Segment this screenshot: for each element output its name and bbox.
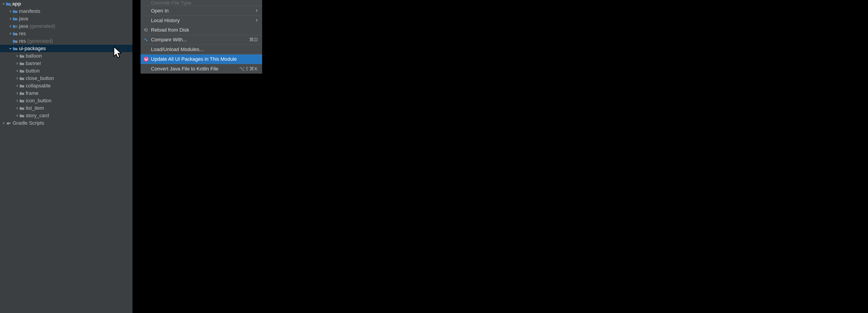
tree-node-icon-button[interactable]: icon_button <box>0 97 132 104</box>
chevron-right-icon[interactable] <box>15 55 20 57</box>
chevron-right-icon[interactable] <box>8 32 13 35</box>
menu-item-override-file-type[interactable]: Override File Type <box>141 0 262 6</box>
menu-label: Compare With... <box>151 37 249 43</box>
chevron-right-icon <box>255 8 258 13</box>
tree-label: res <box>19 38 26 44</box>
reload-icon <box>144 28 151 32</box>
menu-item-update-ui-packages[interactable]: Update All UI Packages in This Module <box>141 55 262 64</box>
tree-label: balloon <box>26 53 42 59</box>
menu-item-compare-with[interactable]: Compare With... ⌘D <box>141 35 262 44</box>
chevron-down-icon[interactable] <box>1 2 6 5</box>
tree-node-java[interactable]: java <box>0 15 132 22</box>
tree-label: manifests <box>19 8 40 14</box>
chevron-right-icon[interactable] <box>8 10 13 13</box>
generated-badge: (generated) <box>27 38 53 44</box>
menu-label: Local History <box>151 18 255 24</box>
context-menu: Override File Type Open In Local History… <box>141 0 262 74</box>
tree-label: banner <box>26 61 41 66</box>
tree-node-balloon[interactable]: balloon <box>0 52 132 60</box>
tree-node-manifests[interactable]: manifests <box>0 7 132 15</box>
resource-folder-icon <box>13 32 18 36</box>
chevron-right-icon[interactable] <box>15 114 20 117</box>
menu-shortcut: ⌥⇧⌘K <box>239 66 258 72</box>
relay-icon <box>144 57 151 62</box>
chevron-right-icon[interactable] <box>15 84 20 87</box>
chevron-right-icon[interactable] <box>8 18 13 20</box>
tree-node-banner[interactable]: banner <box>0 60 132 67</box>
tree-node-ui-packages[interactable]: ui-packages <box>0 45 132 52</box>
chevron-right-icon[interactable] <box>15 77 20 80</box>
folder-icon <box>20 91 24 95</box>
chevron-right-icon[interactable] <box>15 92 20 95</box>
tree-node-button[interactable]: button <box>0 67 132 74</box>
menu-label: Override File Type <box>151 0 258 6</box>
tree-label: list_item <box>26 105 44 111</box>
chevron-right-icon[interactable] <box>15 70 20 72</box>
menu-label: Update All UI Packages in This Module <box>151 56 258 62</box>
chevron-down-icon[interactable] <box>8 47 13 50</box>
tree-label: java <box>19 23 28 29</box>
chevron-right-icon[interactable] <box>1 122 6 125</box>
tree-node-app[interactable]: app <box>0 0 132 7</box>
chevron-right-icon <box>255 18 258 23</box>
folder-icon <box>13 17 18 21</box>
folder-icon <box>20 76 24 80</box>
menu-label: Reload from Disk <box>151 27 258 33</box>
menu-item-local-history[interactable]: Local History <box>141 16 262 25</box>
menu-item-convert-kotlin[interactable]: Convert Java File to Kotlin File ⌥⇧⌘K <box>141 64 262 74</box>
folder-icon <box>20 106 24 110</box>
generated-folder-icon <box>13 24 18 28</box>
folder-icon <box>20 84 24 88</box>
chevron-right-icon[interactable] <box>15 62 20 65</box>
tree-node-collapsable[interactable]: collapsable <box>0 82 132 90</box>
menu-item-open-in[interactable]: Open In <box>141 6 262 15</box>
folder-icon <box>20 62 24 66</box>
tree-label: ui-packages <box>19 46 46 51</box>
chevron-right-icon[interactable] <box>15 107 20 109</box>
folder-icon <box>20 114 24 118</box>
tree-label: close_button <box>26 75 54 81</box>
tree-node-frame[interactable]: frame <box>0 90 132 97</box>
folder-icon <box>20 99 24 103</box>
chevron-right-icon[interactable] <box>15 99 20 102</box>
resource-folder-icon <box>13 46 18 50</box>
tree-label: Gradle Scripts <box>13 120 44 126</box>
compare-icon <box>144 37 151 42</box>
menu-shortcut: ⌘D <box>249 37 258 43</box>
tree-node-res[interactable]: res <box>0 30 132 37</box>
tree-label: res <box>19 31 26 37</box>
tree-label: icon_button <box>26 98 52 104</box>
folder-icon <box>13 9 18 13</box>
module-folder-icon <box>6 2 11 6</box>
gradle-icon <box>6 121 11 125</box>
menu-label: Open In <box>151 8 255 14</box>
resource-folder-icon <box>13 39 18 43</box>
folder-icon <box>20 69 24 73</box>
tree-label: collapsable <box>26 83 51 89</box>
folder-icon <box>20 54 24 58</box>
menu-item-load-unload-modules[interactable]: Load/Unload Modules... <box>141 45 262 54</box>
tree-node-java-generated[interactable]: java (generated) <box>0 22 132 30</box>
tree-node-list-item[interactable]: list_item <box>0 104 132 112</box>
menu-item-reload-from-disk[interactable]: Reload from Disk <box>141 25 262 35</box>
tree-node-gradle-scripts[interactable]: Gradle Scripts <box>0 119 132 127</box>
project-tree-panel: app manifests java <box>0 0 132 313</box>
menu-label: Convert Java File to Kotlin File <box>151 66 239 72</box>
tree-label: frame <box>26 90 38 96</box>
tree-label: story_card <box>26 113 49 118</box>
tree-node-close-button[interactable]: close_button <box>0 74 132 82</box>
tree-node-story-card[interactable]: story_card <box>0 112 132 119</box>
tree-label: button <box>26 68 39 74</box>
tree-label: java <box>19 16 28 22</box>
tree-node-res-generated[interactable]: res (generated) <box>0 37 132 45</box>
menu-label: Load/Unload Modules... <box>151 46 258 53</box>
generated-badge: (generated) <box>29 23 55 29</box>
chevron-right-icon[interactable] <box>8 25 13 28</box>
tree-label: app <box>12 1 21 7</box>
